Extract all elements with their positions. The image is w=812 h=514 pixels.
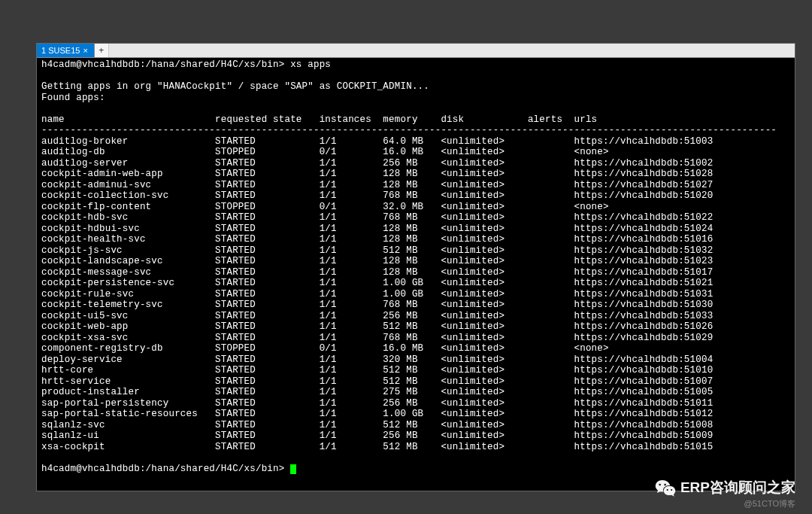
terminal-tab[interactable]: 1 SUSE15 × [37, 44, 95, 57]
add-tab-button[interactable]: + [95, 44, 109, 57]
svg-point-0 [659, 484, 660, 485]
watermark: ERP咨询顾问之家 [655, 478, 795, 497]
watermark-text: ERP咨询顾问之家 [680, 478, 795, 497]
attribution-text: @51CTO博客 [744, 498, 795, 509]
close-icon[interactable]: × [83, 47, 87, 55]
terminal-output[interactable]: h4cadm@vhcalhdbdb:/hana/shared/H4C/xs/bi… [37, 58, 795, 476]
svg-point-2 [667, 489, 668, 491]
cursor [290, 464, 296, 474]
svg-point-1 [664, 484, 665, 485]
svg-point-3 [671, 489, 672, 491]
tab-bar: 1 SUSE15 × + [37, 44, 795, 58]
wechat-icon [655, 479, 676, 497]
terminal-window: 1 SUSE15 × + h4cadm@vhcalhdbdb:/hana/sha… [36, 43, 795, 491]
tab-label: 1 SUSE15 [41, 46, 80, 55]
